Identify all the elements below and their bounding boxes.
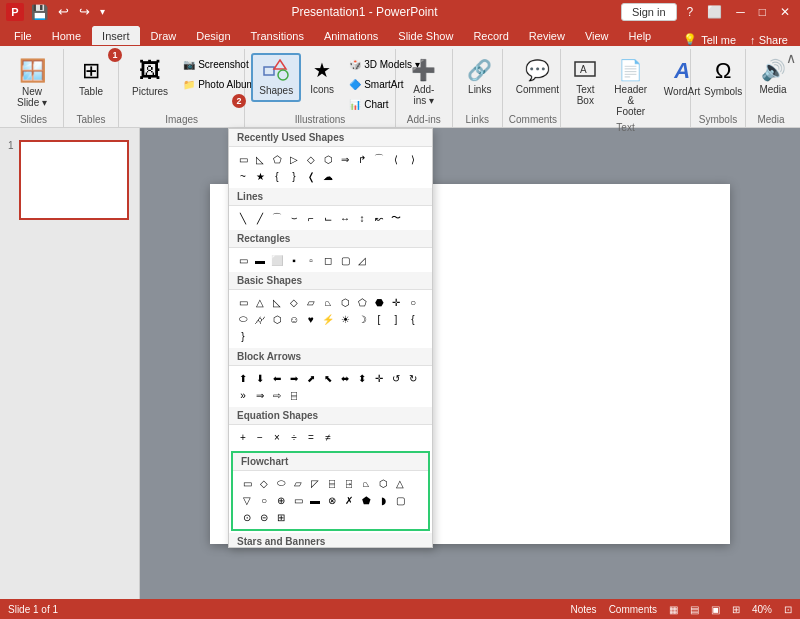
- basic-brace-l[interactable]: {: [405, 311, 421, 327]
- arrow-chevron[interactable]: »: [235, 387, 251, 403]
- flow-extract[interactable]: △: [392, 475, 408, 491]
- rect-1[interactable]: ▭: [235, 252, 251, 268]
- flow-merge[interactable]: ▽: [239, 492, 255, 508]
- line-elbow[interactable]: ⌙: [320, 210, 336, 226]
- normal-view-button[interactable]: ▦: [669, 604, 678, 615]
- eq-notequal[interactable]: ≠: [320, 429, 336, 445]
- arrow-ne[interactable]: ⬈: [303, 370, 319, 386]
- flow-card[interactable]: ▭: [290, 492, 306, 508]
- basic-diamond[interactable]: ◇: [286, 294, 302, 310]
- shape-brace-l[interactable]: {: [269, 168, 285, 184]
- basic-bracket-l[interactable]: [: [371, 311, 387, 327]
- basic-sun[interactable]: ☀: [337, 311, 353, 327]
- tab-view[interactable]: View: [575, 26, 619, 46]
- shape-connector[interactable]: ⟨: [388, 151, 404, 167]
- flow-magnetic-disk[interactable]: ⊙: [239, 509, 255, 525]
- arrow-down[interactable]: ⬇: [252, 370, 268, 386]
- help-icon[interactable]: ?: [683, 5, 698, 19]
- basic-hex[interactable]: ⬡: [337, 294, 353, 310]
- flow-display[interactable]: ⬟: [358, 492, 374, 508]
- tab-slideshow[interactable]: Slide Show: [388, 26, 463, 46]
- eq-equals[interactable]: =: [303, 429, 319, 445]
- customize-quick-access-button[interactable]: ▾: [97, 4, 108, 19]
- shape-arrow-r2[interactable]: ⇒: [337, 151, 353, 167]
- flow-terminator[interactable]: ⬭: [273, 475, 289, 491]
- eq-plus[interactable]: +: [235, 429, 251, 445]
- flow-internal-storage[interactable]: ⊞: [273, 509, 289, 525]
- basic-oct[interactable]: ⬣: [371, 294, 387, 310]
- arrow-nw[interactable]: ⬉: [320, 370, 336, 386]
- tab-insert[interactable]: Insert: [91, 25, 141, 46]
- reading-view-button[interactable]: ▣: [711, 604, 720, 615]
- slideshow-button[interactable]: ⊞: [732, 604, 740, 615]
- line-double-arrow[interactable]: ↔: [337, 210, 353, 226]
- slide-1-thumbnail[interactable]: [19, 140, 129, 220]
- line-curved-arrow[interactable]: ↜: [371, 210, 387, 226]
- arrow-ud[interactable]: ⬍: [354, 370, 370, 386]
- maximize-button[interactable]: □: [755, 5, 770, 19]
- close-button[interactable]: ✕: [776, 5, 794, 19]
- eq-multiply[interactable]: ×: [269, 429, 285, 445]
- tab-help[interactable]: Help: [619, 26, 662, 46]
- undo-button[interactable]: ↩: [55, 2, 72, 21]
- eq-divide[interactable]: ÷: [286, 429, 302, 445]
- line-up-down[interactable]: ↕: [354, 210, 370, 226]
- flow-document[interactable]: ⌸: [324, 475, 340, 491]
- flow-multi-doc[interactable]: ⍈: [341, 475, 357, 491]
- textbox-button[interactable]: A TextBox: [567, 53, 604, 111]
- new-slide-button[interactable]: 🪟 NewSlide ▾: [10, 53, 54, 113]
- rect-4[interactable]: ▪: [286, 252, 302, 268]
- arrow-up[interactable]: ⬆: [235, 370, 251, 386]
- links-button[interactable]: 🔗 Links: [459, 53, 501, 100]
- basic-lightning[interactable]: ⚡: [320, 311, 336, 327]
- comment-button[interactable]: 💬 Comment: [509, 53, 566, 100]
- basic-rect[interactable]: ▭: [235, 294, 251, 310]
- basic-smiley[interactable]: ☺: [286, 311, 302, 327]
- ribbon-collapse-button[interactable]: ∧: [786, 50, 796, 66]
- basic-oval[interactable]: ⬭: [235, 311, 251, 327]
- line-curve[interactable]: ⌣: [286, 210, 302, 226]
- fit-button[interactable]: ⊡: [784, 604, 792, 615]
- basic-circle[interactable]: ○: [405, 294, 421, 310]
- tab-home[interactable]: Home: [42, 26, 91, 46]
- arrow-striped[interactable]: ⇒: [252, 387, 268, 403]
- arrow-curved[interactable]: ↺: [388, 370, 404, 386]
- line-wave[interactable]: 〜: [388, 210, 404, 226]
- shape-wave[interactable]: ~: [235, 168, 251, 184]
- shape-star[interactable]: ★: [252, 168, 268, 184]
- shape-arrow-right[interactable]: ▷: [286, 151, 302, 167]
- flow-off-page[interactable]: ⊕: [273, 492, 289, 508]
- arrow-lr[interactable]: ⬌: [337, 370, 353, 386]
- tell-me-box[interactable]: 💡 Tell me: [677, 33, 742, 46]
- basic-brace-r[interactable]: }: [235, 328, 251, 344]
- flow-process[interactable]: ▭: [239, 475, 255, 491]
- basic-pent[interactable]: ⬠: [354, 294, 370, 310]
- flow-decision[interactable]: ◇: [256, 475, 272, 491]
- arrow-notched[interactable]: ⇨: [269, 387, 285, 403]
- line-straight[interactable]: ╲: [235, 210, 251, 226]
- redo-button[interactable]: ↪: [76, 2, 93, 21]
- flow-sort[interactable]: ✗: [341, 492, 357, 508]
- arrow-curved-r[interactable]: ↻: [405, 370, 421, 386]
- flow-stored-data[interactable]: ◸: [307, 475, 323, 491]
- flow-data[interactable]: ▱: [290, 475, 306, 491]
- shape-brace-r[interactable]: }: [286, 168, 302, 184]
- shape-diamond[interactable]: ◇: [303, 151, 319, 167]
- flow-manual-op[interactable]: ⏢: [358, 475, 374, 491]
- shape-curved-arrow[interactable]: ↱: [354, 151, 370, 167]
- basic-trapezoid[interactable]: ⏢: [320, 294, 336, 310]
- rect-snip[interactable]: ◿: [354, 252, 370, 268]
- flow-preparation[interactable]: ⬡: [375, 475, 391, 491]
- basic-moon[interactable]: ☽: [354, 311, 370, 327]
- flow-direct-access[interactable]: ⊝: [256, 509, 272, 525]
- tab-design[interactable]: Design: [186, 26, 240, 46]
- shape-chevron[interactable]: ❬: [303, 168, 319, 184]
- pictures-button[interactable]: 🖼 Pictures: [125, 53, 175, 102]
- tab-animations[interactable]: Animations: [314, 26, 388, 46]
- flow-connector[interactable]: ○: [256, 492, 272, 508]
- slide-sorter-button[interactable]: ▤: [690, 604, 699, 615]
- shape-hexagon[interactable]: ⬡: [320, 151, 336, 167]
- arrow-left[interactable]: ⬅: [269, 370, 285, 386]
- arrow-pentagon[interactable]: ⌸: [286, 387, 302, 403]
- rect-rounded[interactable]: ▢: [337, 252, 353, 268]
